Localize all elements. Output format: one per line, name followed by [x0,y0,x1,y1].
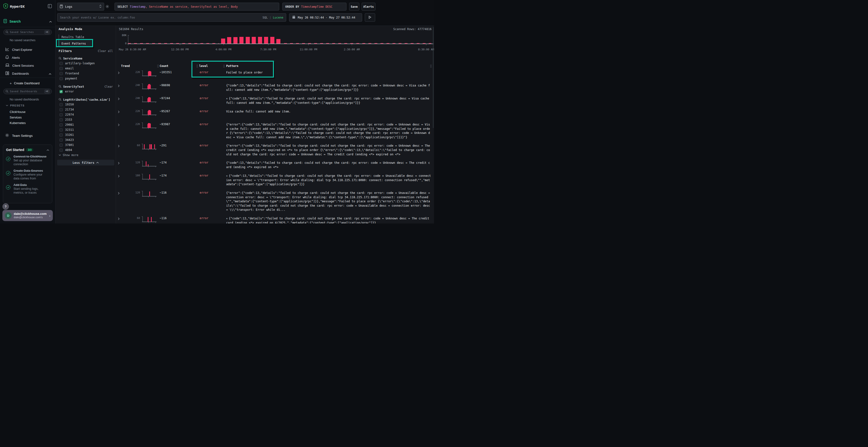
get-started-step[interactable]: Create Data SourcesConfigure where your … [6,169,49,180]
sidebar-item-team-settings[interactable]: Team Settings [0,132,55,139]
filter-option-email[interactable]: email [59,66,113,71]
histogram-bar[interactable] [234,37,238,44]
save-button[interactable]: Save [349,3,359,10]
checkbox[interactable] [60,108,63,111]
source-select[interactable]: Logs [57,3,104,10]
histogram-bar[interactable] [221,38,225,44]
pattern-row[interactable]: 22K~103351errorFailed to place order [116,69,434,81]
checkbox[interactable] [60,103,63,106]
pattern-row[interactable]: 60~116error×{"code":13,"details":"failed… [116,215,434,224]
checkbox[interactable] [60,72,63,75]
checkbox[interactable] [60,133,63,137]
less-filters-button[interactable]: Less filters [57,160,114,166]
pattern-row[interactable]: 22K~93987error{"error":{"code":13,"detai… [116,121,434,141]
mode-event-patterns[interactable]: Event Patterns [59,40,92,46]
checkbox[interactable] [60,62,63,65]
pattern-row[interactable]: 120~116error{"error":{"code":13,"details… [116,189,434,214]
saved-dashboards-input[interactable]: Saved Dashboards ⌘K [3,89,52,94]
expand-row-chevron-icon[interactable] [118,84,120,88]
order-by-input[interactable]: ORDER BY TimestampTime DESC [282,3,346,10]
pattern-row[interactable]: 60~291error{"error":{"code":13,"details"… [116,142,434,158]
clear-filter-link[interactable]: Clear [104,85,113,89]
run-search-button[interactable] [365,13,375,22]
get-started-step[interactable]: Connect to ClickHouseSet up your databas… [6,154,49,166]
collapse-sidebar-icon[interactable] [48,4,52,9]
checkbox[interactable] [60,123,63,127]
sidebar-item-search[interactable]: Search [0,18,55,25]
filter-option-payment[interactable]: payment [59,76,113,81]
histogram-bar[interactable] [258,37,262,44]
mode-results-table[interactable]: Results Table [59,34,113,40]
histogram-bar[interactable] [252,37,256,44]
preset-clickhouse[interactable]: ClickHouse [0,109,55,115]
show-more-link[interactable]: Show more [59,153,113,158]
checkbox[interactable] [60,118,63,122]
filter-option-error[interactable]: error [59,89,113,94]
checkbox[interactable] [60,128,63,132]
column-header-count[interactable]: Count [160,64,168,68]
filter-option-21734[interactable]: 21734 [59,107,113,112]
expand-row-chevron-icon[interactable] [118,97,120,101]
sidebar-item-client-sessions[interactable]: Client Sessions [0,62,55,70]
checkbox[interactable] [60,143,63,147]
checkbox[interactable] [60,77,63,80]
pattern-row[interactable]: 22K~95267errorVisa cache full: cannot ad… [116,108,434,120]
expand-row-chevron-icon[interactable] [118,174,120,178]
pattern-row[interactable]: 24K~98698error{"code":13,"details":"fail… [116,82,434,94]
expand-row-chevron-icon[interactable] [118,110,120,114]
expand-row-chevron-icon[interactable] [118,123,120,127]
preset-services[interactable]: Services [0,115,55,120]
pattern-row[interactable]: 24K~97244error×{"code":13,"details":"fai… [116,95,434,107]
filter-option-2333[interactable]: 2333 [59,117,113,122]
scrollbar-thumb[interactable] [433,27,434,128]
filter-option-22974[interactable]: 22974 [59,112,113,117]
chevron-up-icon[interactable] [49,19,52,24]
expand-row-chevron-icon[interactable] [118,217,120,221]
checkbox[interactable] [60,67,63,70]
column-grip-icon[interactable] [430,64,432,69]
clear-all-filters-link[interactable]: Clear all [98,49,113,53]
checkbox[interactable] [60,148,63,152]
histogram-plot[interactable]: 80K 0 May 26 8:30:00 AM12:30:00 PM4:00:0… [128,33,433,45]
column-header-trend[interactable]: Trend [121,64,130,68]
sidebar-item-dashboards[interactable]: Dashboards [0,70,55,77]
histogram-bar[interactable] [240,37,244,44]
expand-row-chevron-icon[interactable] [118,161,120,166]
sidebar-item-chart-explorer[interactable]: Chart Explorer [0,46,55,54]
column-header-pattern[interactable]: Pattern [226,64,239,68]
histogram-bar[interactable] [264,37,268,44]
chevron-up-icon[interactable] [46,148,49,152]
filter-option-frontend[interactable]: frontend [59,71,113,76]
filter-option-32311[interactable]: 32311 [59,128,113,132]
checkbox[interactable] [60,138,63,142]
preset-kubernetes[interactable]: Kubernetes [0,120,55,126]
column-grip-icon[interactable] [196,64,198,69]
saved-searches-input[interactable]: Saved Searches ⌘K [3,29,52,35]
lucene-mode-toggle[interactable]: Lucene [273,16,283,19]
column-header-level[interactable]: level [199,64,208,68]
filter-option-37801[interactable]: 37801 [59,143,113,147]
column-grip-icon[interactable] [157,64,159,69]
alerts-button[interactable]: Alerts [362,3,375,10]
filter-option-33261[interactable]: 33261 [59,133,113,137]
presets-toggle[interactable]: PRESETS [6,104,25,107]
filter-option-4894[interactable]: 4894 [59,148,113,152]
help-button[interactable]: ? [2,203,9,210]
filter-option-29081[interactable]: 29081 [59,122,113,127]
pattern-row[interactable]: 120~174error{"code":13,"details":"failed… [116,159,434,171]
filter-option-19350[interactable]: 19350 [59,102,113,107]
sidebar-item-alerts[interactable]: Alerts [0,54,55,62]
expand-row-chevron-icon[interactable] [118,191,120,196]
checkbox[interactable] [60,90,63,93]
user-menu[interactable]: D dale@clickhouse.com dale@clickhouse.co… [2,210,53,221]
histogram-bar[interactable] [270,37,274,44]
source-settings-gear-icon[interactable] [105,5,109,9]
sql-mode-toggle[interactable]: SQL [262,16,268,19]
histogram-bar[interactable] [276,39,280,44]
filter-option-artillery-loadgen[interactable]: artillery-loadgen [59,61,113,66]
histogram-bar[interactable] [246,37,250,44]
date-range-picker[interactable]: May 26 08:52:44 - May 27 08:52:44 [289,13,362,22]
filter-option-34423[interactable]: 34423 [59,138,113,142]
lucene-search-input[interactable]: Search your events w/ Lucene ex. column:… [57,13,286,22]
pattern-row[interactable]: 180~174error×{"code":13,"details":"faile… [116,172,434,188]
